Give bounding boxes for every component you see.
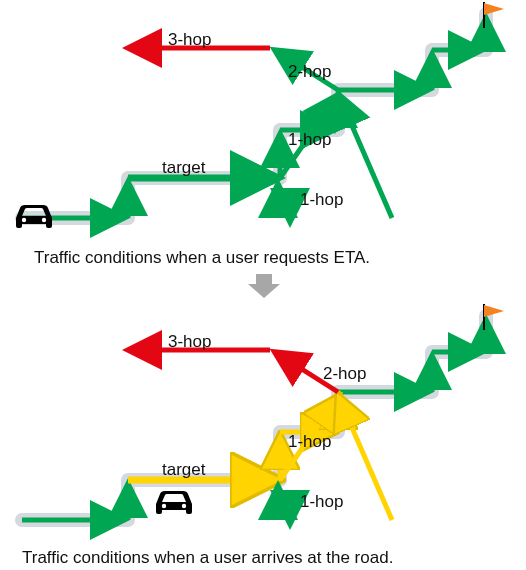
label-2hop-top: 2-hop (288, 62, 331, 82)
label-target-top: target (162, 158, 205, 178)
bottom-panel-svg (0, 302, 526, 552)
diagram-container: 3-hop 2-hop 1-hop target 1-hop Traffic c… (0, 0, 526, 570)
label-1hop-diag-bot: 1-hop (288, 432, 331, 452)
label-2hop-bot: 2-hop (323, 364, 366, 384)
top-panel-svg (0, 0, 526, 280)
label-3hop-bot: 3-hop (168, 332, 211, 352)
svg-point-35 (162, 504, 166, 508)
svg-line-11 (340, 98, 392, 218)
svg-point-17 (42, 218, 46, 222)
svg-line-30 (340, 400, 392, 520)
label-1hop-down-bot: 1-hop (300, 492, 343, 512)
car-icon (156, 491, 192, 514)
caption-top: Traffic conditions when a user requests … (34, 248, 370, 268)
label-3hop-top: 3-hop (168, 30, 211, 50)
label-1hop-down-top: 1-hop (300, 190, 343, 210)
svg-point-16 (22, 218, 26, 222)
down-arrow-icon (244, 272, 284, 302)
caption-bottom: Traffic conditions when a user arrives a… (22, 548, 393, 568)
svg-point-36 (182, 504, 186, 508)
label-target-bot: target (162, 460, 205, 480)
label-1hop-diag-top: 1-hop (288, 130, 331, 150)
